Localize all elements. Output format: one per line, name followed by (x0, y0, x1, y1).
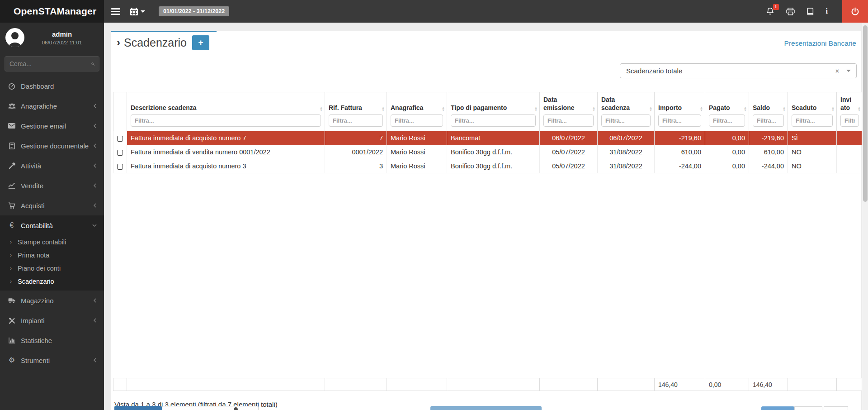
clear-icon[interactable]: × (835, 67, 839, 75)
sidebar-item-strumenti[interactable]: ⚙ Strumenti (0, 350, 104, 370)
sort-icon[interactable]: ▲▼ (744, 106, 747, 112)
pagination-current-page[interactable] (761, 406, 794, 410)
col-rif-fattura[interactable]: Rif. Fattura ▲▼ (325, 92, 387, 131)
col-data-scadenza[interactable]: Data scadenza ▲▼ (598, 92, 655, 131)
export-button[interactable] (114, 406, 162, 410)
sidebar-item-gestione-email[interactable]: Gestione email (0, 116, 104, 136)
sort-icon[interactable]: ▲▼ (649, 106, 652, 112)
sidebar-item-acquisti[interactable]: Acquisti (0, 195, 104, 215)
filter-descrizione-input[interactable] (131, 114, 321, 127)
sort-icon[interactable]: ▲▼ (831, 106, 835, 112)
sort-icon[interactable]: ▲▼ (382, 106, 385, 112)
printer-icon (786, 8, 795, 15)
sort-icon[interactable]: ▲▼ (783, 106, 786, 112)
sort-icon[interactable]: ▲▼ (442, 106, 445, 112)
cell-data-scadenza: 06/07/2022 (598, 131, 655, 145)
scrollbar[interactable] (862, 23, 868, 410)
col-inviato[interactable]: Inviato ▲▼ (837, 92, 863, 131)
sidebar-item-magazzino[interactable]: Magazzino (0, 291, 104, 310)
search-input[interactable] (9, 60, 91, 67)
table-row[interactable]: Fattura immediata di acquisto numero 3 3… (113, 159, 863, 173)
sidebar-item-contabilita[interactable]: € Contabilità (0, 215, 104, 235)
sidebar-item-impianti[interactable]: Impianti (0, 310, 104, 330)
sidebar-item-anagrafiche[interactable]: Anagrafiche (0, 96, 104, 116)
pagination-button[interactable] (794, 406, 822, 410)
sidebar-item-dashboard[interactable]: Dashboard (0, 76, 104, 96)
sidebar-menu: Dashboard Anagrafiche (0, 76, 104, 370)
row-checkbox[interactable] (117, 164, 123, 170)
col-data-emissione[interactable]: Data emissione ▲▼ (540, 92, 598, 131)
chevron-left-icon (93, 143, 97, 148)
sidebar-toggle-button[interactable] (111, 8, 120, 15)
page-title: Scadenzario (124, 36, 187, 49)
document-icon (7, 143, 17, 149)
cell-anagrafica: Mario Rossi (387, 145, 447, 159)
print-button[interactable] (786, 8, 795, 15)
row-checkbox[interactable] (117, 136, 123, 142)
filter-anagrafica-input[interactable] (391, 114, 443, 127)
scrollbar-thumb[interactable] (863, 25, 868, 202)
bulk-action-button[interactable] (430, 406, 542, 410)
dashboard-icon (7, 83, 17, 90)
sidebar-search[interactable] (5, 56, 99, 72)
totals-row: 146,40 0,00 146,40 (113, 378, 863, 391)
manual-button[interactable] (807, 8, 814, 15)
filter-scaduto-input[interactable] (792, 114, 833, 127)
col-descrizione[interactable]: Descrizione scadenza ▲▼ (127, 92, 325, 131)
col-tipo-pagamento[interactable]: Tipo di pagamento ▲▼ (447, 92, 540, 131)
cell-anagrafica: Mario Rossi (387, 131, 447, 145)
row-checkbox[interactable] (117, 150, 123, 156)
notifications-button[interactable]: 1 (766, 7, 774, 16)
table-row[interactable]: Fattura immediata di vendita numero 0001… (113, 145, 863, 159)
filter-rif-fattura-input[interactable] (329, 114, 383, 127)
view-select[interactable]: Scadenzario totale × (620, 63, 857, 78)
tab-scadenzario[interactable]: › Scadenzario + (111, 31, 217, 53)
filter-saldo-input[interactable] (753, 114, 784, 127)
period-picker-button[interactable] (130, 8, 145, 15)
cell-rif-fattura: 0001/2022 (325, 145, 387, 159)
angle-right-icon: › (10, 265, 12, 272)
col-saldo[interactable]: Saldo ▲▼ (749, 92, 788, 131)
col-importo[interactable]: Importo ▲▼ (655, 92, 705, 131)
sort-icon[interactable]: ▲▼ (534, 106, 538, 112)
sidebar-group-contabilita: € Contabilità › Stampe contabili › Prima… (0, 215, 104, 291)
filter-importo-input[interactable] (658, 114, 701, 127)
sidebar-item-statistiche[interactable]: Statistiche (0, 330, 104, 350)
sort-icon[interactable]: ▲▼ (592, 106, 595, 112)
col-anagrafica[interactable]: Anagrafica ▲▼ (387, 92, 447, 131)
filter-data-emissione-input[interactable] (543, 114, 594, 127)
filter-inviato-input[interactable] (840, 114, 859, 127)
sidebar-item-scadenzario[interactable]: › Scadenzario (0, 275, 104, 288)
filter-data-scadenza-input[interactable] (601, 114, 651, 127)
col-pagato[interactable]: Pagato ▲▼ (705, 92, 749, 131)
avatar[interactable] (5, 28, 24, 47)
sort-icon[interactable]: ▲▼ (858, 106, 861, 112)
pagination-button[interactable] (824, 406, 848, 410)
sort-icon[interactable]: ▲▼ (700, 106, 703, 112)
sidebar-item-stampe-contabili[interactable]: › Stampe contabili (0, 235, 104, 248)
filter-tipo-pagamento-input[interactable] (451, 114, 536, 127)
sort-icon[interactable]: ▲▼ (320, 106, 323, 112)
cell-data-emissione: 06/07/2022 (540, 131, 598, 145)
sidebar-item-attivita[interactable]: Attività (0, 156, 104, 176)
topbar: OpenSTAManager 01/01/2022 - 31/12/2022 (0, 0, 868, 23)
chevron-left-icon (93, 298, 97, 303)
sidebar-item-gestione-documentale[interactable]: Gestione documentale (0, 136, 104, 156)
options-button[interactable] (162, 406, 259, 410)
date-range-badge[interactable]: 01/01/2022 - 31/12/2022 (159, 6, 229, 16)
cell-tipo-pagamento: Bancomat (447, 131, 540, 145)
submenu-item-label: Piano dei conti (18, 265, 61, 272)
sidebar-item-piano-dei-conti[interactable]: › Piano dei conti (0, 262, 104, 275)
cell-scaduto: SÌ (788, 131, 837, 145)
table-row[interactable]: Fattura immediata di acquisto numero 7 7… (113, 131, 863, 145)
chevron-down-icon[interactable] (846, 70, 851, 72)
sidebar-item-prima-nota[interactable]: › Prima nota (0, 248, 104, 262)
info-button[interactable]: i (826, 7, 828, 15)
filter-pagato-input[interactable] (709, 114, 745, 127)
chevron-left-icon (93, 183, 97, 188)
logout-button[interactable] (842, 0, 868, 23)
add-record-button[interactable]: + (192, 35, 209, 50)
sidebar-item-vendite[interactable]: Vendite (0, 176, 104, 195)
presentazioni-bancarie-link[interactable]: Presentazioni Bancarie (784, 39, 856, 48)
col-scaduto[interactable]: Scaduto ▲▼ (788, 92, 837, 131)
